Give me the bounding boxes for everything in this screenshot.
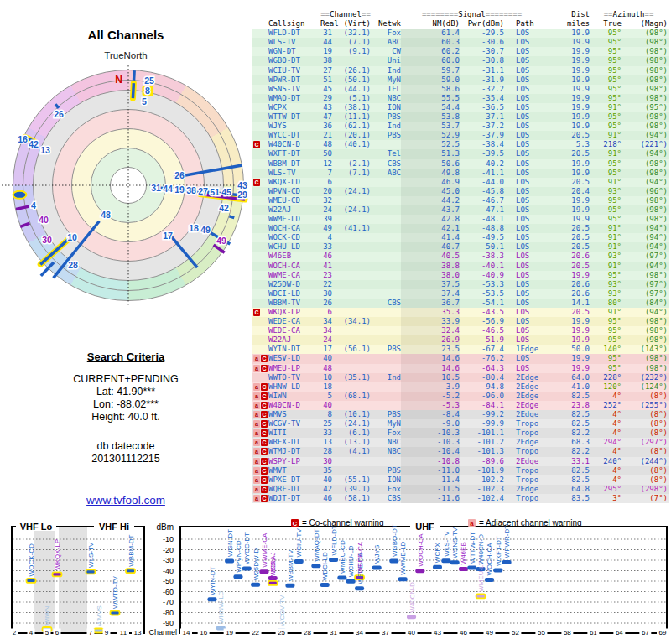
adjacent-warning-icon: a [253,448,260,455]
cell-real: 29 [320,94,332,103]
cell-pwr: -37.1 [460,112,504,122]
cell-magn: (8°) [622,475,668,485]
cell-magn: (97°) [622,252,668,261]
cell-cs: WWME-CA [268,271,320,280]
co-channel-warning-icon: C [261,476,268,484]
marker-callsign-label: W40CN-D [477,534,485,565]
marker-callsign-label: WOCH-CA [486,543,493,576]
dbm-tick-label: -30 [163,556,174,564]
table-row: WEDE-CA34(34.1)33.9-56.9LOS19.995°(98°) [252,317,669,326]
signal-marker [467,565,476,569]
cell-path: 2Edge [504,382,543,392]
table-row: aCWMVT35PBS-11.0-101.9Tropo82.54°(8°) [252,466,669,475]
cell-cs: WSPY-LP [268,457,320,466]
cell-miles: 19.9 [543,169,590,178]
cell-magn: (98°) [622,56,668,65]
cell-magn: (94°) [622,178,668,187]
cell-miles: 82.2 [543,428,590,438]
marker-callsign-label: WCIU-TV [295,527,303,557]
cell-miles: 19.9 [543,205,590,215]
cell-real: 6 [320,308,332,317]
dbm-tick-label: -90 [163,619,174,627]
cell-warn [252,205,268,215]
cell-warn [252,224,268,233]
tvfool-link[interactable]: www.tvfool.com [0,494,252,506]
cell-nm: 44.2 [401,196,460,205]
cell-miles: 19.9 [543,29,590,38]
cell-cs: WITI [268,428,320,438]
col-path: Path [504,19,543,29]
cell-cs: WKQX-LD [268,178,320,187]
cell-net [371,224,401,233]
cell-pwr: -51.9 [460,335,504,345]
cell-miles: 82.5 [543,392,590,401]
table-row: aCWDJT-DT46(58.1)CBS-11.6-102.4Tropo83.5… [252,494,669,503]
channel-tick-label: 34 [356,629,363,636]
cell-miles: 19.9 [543,103,590,112]
cell-true: 95° [590,354,622,363]
cell-magn: (98°) [622,335,668,345]
cell-nm: 36.7 [401,299,460,308]
cell-cs: WWTO-TV [268,373,320,382]
adjacent-warning-icon: a [253,429,260,437]
cell-magn: (98°) [622,169,668,178]
cell-magn: (98°) [622,354,668,363]
cell-warn: aC [252,392,268,401]
cell-path: LOS [504,242,543,252]
cell-real: 6 [320,178,332,187]
cell-magn: (98°) [622,29,668,38]
dbm-tick-label: -40 [163,567,174,575]
cell-nm: 49.8 [401,169,460,178]
cell-net [371,280,401,289]
cell-path: Tropo [504,447,543,456]
cell-nm: 55.5 [401,94,460,103]
table-row: WPWR-DT51(50.1)MyN59.0-31.9LOS19.995°(98… [252,75,669,85]
marker-callsign-label: WLS-TV [443,531,450,557]
channel-tick-label: 40 [408,629,415,636]
cell-pwr: -96.0 [460,392,504,401]
adjacent-legend-label: = Adjacent channel warning [479,518,582,527]
cell-nm: -5.3 [401,401,460,410]
cell-real: 34 [320,326,332,335]
cell-virt: (41.1) [332,224,371,233]
cell-pwr: -102.2 [460,475,504,485]
cell-real: 40 [320,475,332,485]
dbm-axis-label: dBm [156,522,174,532]
cell-nm: 26.9 [401,335,460,345]
cell-warn: aC [252,494,268,503]
channel-tick-label: 64 [616,629,623,636]
cell-warn [252,47,268,56]
cell-path: LOS [504,262,543,271]
channel-tick-label: 14 [183,629,190,636]
cell-true: 240° [590,457,622,466]
cell-path: LOS [504,335,543,345]
co-channel-warning-icon: C [253,141,260,148]
table-row: aCWHNW-LD18-3.9-94.82Edge41.0120°(124°) [252,382,669,392]
cell-pwr: -67.4 [460,345,504,354]
cell-miles: 19.9 [543,75,590,85]
marker-callsign-label: WOCH-CA [417,533,424,567]
cell-nm: 14.6 [401,364,460,373]
marker-callsign-label: WTTW-DT [469,532,476,564]
cell-warn [252,233,268,242]
cell-pwr: -38.3 [460,252,504,261]
cell-cs: WPVN-CD [268,187,320,196]
cell-nm: 59.0 [401,75,460,85]
cell-pwr: -101.3 [460,447,504,456]
cell-pwr: -30.8 [460,56,504,65]
cell-nm: 40.5 [401,252,460,261]
col-magn: (Magn) [622,19,668,29]
cell-warn: aC [252,457,268,466]
cell-magn: (98°) [622,317,668,326]
cell-nm: -11.0 [401,466,460,475]
cell-pwr: -101.1 [460,428,504,438]
table-row: aCWREX-DT13(13.1)NBC-10.3-101.22Edge68.3… [252,438,669,447]
dbm-tick-label: -20 [163,546,174,554]
co-channel-warning-icon: C [261,448,268,455]
cell-warn: aC [252,447,268,456]
table-row: WCIU-TV27(26.1)Ind59.7-31.1LOS19.995°(98… [252,66,669,75]
cell-cs: W22AJ [268,205,320,215]
cell-warn: C [252,308,268,317]
co-channel-warning-icon: C [261,429,268,437]
adjacent-warning-icon: a [253,411,260,418]
